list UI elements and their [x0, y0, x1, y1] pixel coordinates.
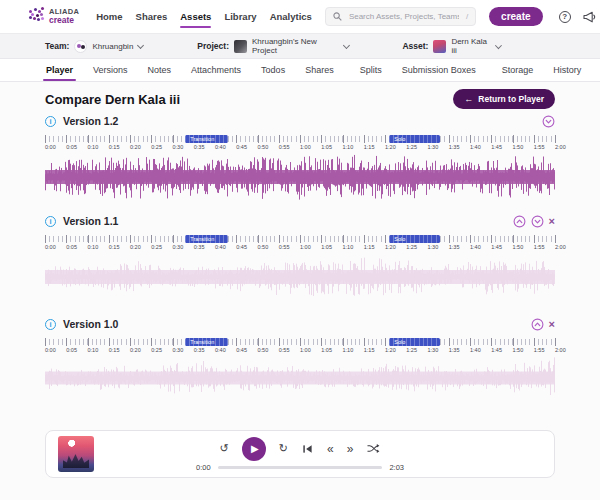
team-label: Team:: [45, 41, 69, 51]
tick-label: 0:40: [215, 347, 226, 353]
skip-to-start-icon[interactable]: [301, 443, 314, 455]
waveform[interactable]: [45, 252, 555, 302]
tab-todos[interactable]: Todos: [251, 60, 295, 81]
major-tick: [300, 235, 301, 243]
major-tick: [449, 338, 450, 346]
asset-selector[interactable]: Asset: Dern Kala iii: [402, 37, 501, 55]
tick-label: 0:35: [194, 347, 205, 353]
tick-label: 0:50: [258, 244, 269, 250]
tick-label: 0:15: [109, 144, 120, 150]
major-tick: [130, 338, 131, 346]
tick-label: 1:15: [364, 144, 375, 150]
asset-thumbnail: [433, 40, 446, 53]
seek-forward-icon[interactable]: »: [347, 443, 354, 455]
move-down-circle-icon[interactable]: [542, 115, 555, 128]
tab-storage[interactable]: Storage: [492, 60, 544, 81]
return-to-player-button[interactable]: ← Return to Player: [453, 89, 555, 109]
help-icon[interactable]: ?: [559, 11, 571, 23]
asset-value: Dern Kala iii: [451, 37, 491, 55]
major-tick: [491, 135, 492, 143]
major-tick: [173, 338, 174, 346]
project-selector[interactable]: Project: Khruangbin's New Project: [197, 37, 348, 55]
current-time: 0:00: [196, 463, 211, 472]
tab-analytics[interactable]: Analytics: [591, 60, 600, 81]
marker-transition[interactable]: Transition: [185, 235, 228, 243]
mini-player: ↺ ▶ ↻ « »: [45, 430, 555, 478]
tick-label: 0:30: [173, 347, 184, 353]
major-tick: [470, 135, 471, 143]
play-button[interactable]: ▶: [242, 437, 266, 461]
major-tick: [88, 338, 89, 346]
tick-label: 0:45: [236, 347, 247, 353]
timeline-ruler: 0:000:050:100:150:200:250:300:350:400:45…: [45, 235, 555, 251]
move-up-circle-icon[interactable]: [531, 318, 544, 331]
tick-label: 0:20: [130, 244, 141, 250]
major-tick: [449, 135, 450, 143]
tab-submission-boxes[interactable]: Submission Boxes: [392, 60, 486, 81]
tab-history[interactable]: History: [543, 60, 591, 81]
version-section: i Version 1.1 × 0:000:050:100:150:200:25…: [45, 213, 555, 302]
compare-view: Compare Dern Kala iii ← Return to Player…: [0, 89, 600, 478]
announcements-icon[interactable]: [582, 10, 596, 23]
major-tick: [258, 135, 259, 143]
version-header: i Version 1.2: [45, 113, 555, 129]
tick-label: 1:55: [534, 347, 545, 353]
chevron-down-icon: [137, 41, 144, 48]
nav-item-shares[interactable]: Shares: [136, 1, 168, 32]
app-logo[interactable]: ALIADA create: [28, 8, 79, 25]
major-tick: [45, 235, 46, 243]
major-tick: [385, 135, 386, 143]
major-tick: [151, 338, 152, 346]
major-tick: [173, 235, 174, 243]
tick-label: 1:35: [449, 347, 460, 353]
nav-item-analytics[interactable]: Analytics: [270, 1, 312, 32]
move-down-circle-icon[interactable]: [531, 215, 544, 228]
tick-label: 1:05: [321, 347, 332, 353]
tick-label: 1:30: [428, 347, 439, 353]
progress-bar[interactable]: [218, 466, 383, 469]
tab-player[interactable]: Player: [36, 60, 83, 81]
tab-attachments[interactable]: Attachments: [181, 60, 251, 81]
tick-label: 0:50: [258, 144, 269, 150]
tab-splits[interactable]: Splits: [350, 60, 392, 81]
nav-item-library[interactable]: Library: [224, 1, 256, 32]
tab-notes[interactable]: Notes: [138, 60, 182, 81]
close-icon[interactable]: ×: [549, 216, 555, 227]
version-name: Version 1.0: [63, 318, 118, 330]
major-tick: [88, 235, 89, 243]
tab-shares[interactable]: Shares: [295, 60, 344, 81]
tick-label: 1:10: [343, 244, 354, 250]
nav-item-home[interactable]: Home: [96, 1, 122, 32]
tick-label: 1:25: [406, 347, 417, 353]
marker-transition[interactable]: Transition: [185, 338, 228, 346]
repeat-icon[interactable]: ↻: [279, 443, 288, 454]
marker-label: Solo: [389, 338, 440, 346]
tab-versions[interactable]: Versions: [83, 60, 138, 81]
seek-back-icon[interactable]: «: [327, 443, 334, 455]
marker-solo[interactable]: Solo: [389, 235, 440, 243]
create-button[interactable]: create: [489, 7, 542, 26]
major-tick: [151, 135, 152, 143]
info-icon[interactable]: i: [45, 116, 56, 127]
major-tick: [109, 135, 110, 143]
team-selector[interactable]: Team: Khruangbin: [45, 40, 143, 53]
marker-transition[interactable]: Transition: [185, 135, 228, 143]
info-icon[interactable]: i: [45, 216, 56, 227]
rewind-icon[interactable]: ↺: [220, 443, 229, 454]
search-input[interactable]: [347, 11, 461, 22]
marker-solo[interactable]: Solo: [389, 338, 440, 346]
waveform[interactable]: [45, 152, 555, 202]
shuffle-icon[interactable]: [366, 442, 380, 455]
major-tick: [555, 135, 556, 143]
nav-item-assets[interactable]: Assets: [180, 1, 211, 32]
waveform[interactable]: [45, 355, 555, 401]
tick-label: 1:55: [534, 144, 545, 150]
info-icon[interactable]: i: [45, 319, 56, 330]
marker-solo[interactable]: Solo: [389, 135, 440, 143]
move-up-circle-icon[interactable]: [513, 215, 526, 228]
tick-label: 2:00: [555, 144, 566, 150]
close-icon[interactable]: ×: [549, 319, 555, 330]
search-box[interactable]: /: [325, 7, 476, 26]
major-tick: [513, 135, 514, 143]
tick-label: 0:50: [258, 347, 269, 353]
